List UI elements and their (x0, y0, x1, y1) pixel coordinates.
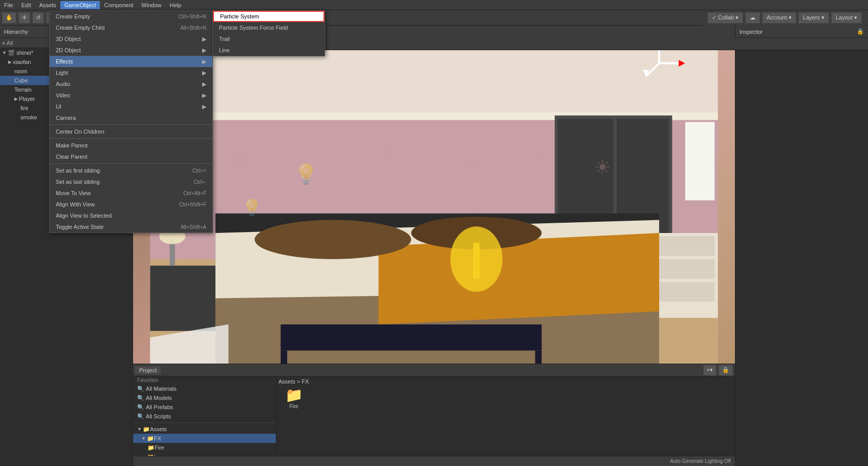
rotate-tool-button[interactable]: ↺ (32, 12, 44, 24)
project-folder[interactable]: ▼ 📁 Assets (133, 425, 276, 434)
menu-set-first-sibling[interactable]: Set as first sibling Ctrl+= (50, 165, 212, 176)
bottom-content: Favorites 🔍 All Materials 🔍 All Models 🔍… (133, 376, 735, 466)
hierarchy-all-label[interactable]: ≡ All (2, 40, 13, 46)
svg-marker-15 (379, 233, 659, 325)
bottom-tab-bar: Project +▾ 🔒 (133, 364, 735, 376)
svg-rect-25 (535, 351, 542, 364)
account-button[interactable]: Account ▾ (762, 12, 796, 24)
separator (50, 163, 212, 164)
gameobject-dropdown-menu: Create Empty Ctrl+Shift+N Create Empty C… (49, 10, 213, 233)
top-right-toolbar: ✓ Collab ▾ ☁ Account ▾ Layers ▾ Layout ▾ (703, 10, 866, 26)
menu-move-to-view[interactable]: Move To View Ctrl+Alt+F (50, 187, 212, 199)
svg-text:☀: ☀ (594, 156, 611, 178)
menu-edit[interactable]: Edit (17, 1, 35, 9)
move-tool-button[interactable]: ✛ (18, 12, 30, 24)
menu-light[interactable]: Light ▶ (50, 67, 212, 78)
menu-audio[interactable]: Audio ▶ (50, 78, 212, 90)
menu-assets[interactable]: Assets (35, 1, 60, 9)
svg-rect-24 (280, 351, 287, 364)
expand-arrow-icon: ▶ (14, 96, 18, 101)
menu-set-last-sibling[interactable]: Set as last sibling Ctrl+- (50, 176, 212, 187)
submenu-trail[interactable]: Trail (213, 33, 324, 45)
project-folder[interactable]: 🔍 All Materials (133, 384, 276, 393)
menu-make-parent[interactable]: Make Parent (50, 140, 212, 151)
menu-2d-object[interactable]: 2D Object ▶ (50, 45, 212, 56)
svg-text:☀: ☀ (228, 144, 252, 174)
menu-file[interactable]: File (0, 1, 17, 9)
svg-rect-11 (685, 122, 714, 200)
menu-effects[interactable]: Effects ▶ (50, 56, 212, 67)
submenu-particle-system-force-field[interactable]: Particle System Force Field (213, 22, 324, 33)
project-tab[interactable]: Project (135, 366, 161, 374)
svg-text:💡: 💡 (242, 198, 262, 218)
hand-tool-button[interactable]: ✋ (2, 12, 16, 24)
svg-text:☀: ☀ (379, 141, 399, 166)
expand-arrow-icon: ▼ (2, 50, 7, 55)
layout-button[interactable]: Layout ▾ (831, 12, 862, 24)
inspector-panel: Inspector 🔒 (735, 26, 868, 466)
search-icon: 🔍 (137, 386, 144, 392)
svg-text:💡: 💡 (294, 162, 318, 186)
search-icon: 🔍 (137, 404, 144, 411)
menu-ui[interactable]: UI ▶ (50, 101, 212, 112)
status-text: Auto Generate Lighting Off (670, 458, 731, 464)
project-folder[interactable]: 🔍 All Prefabs (133, 403, 276, 412)
project-folder[interactable]: 📁 Fire (133, 443, 276, 452)
asset-item[interactable]: 📁 Fire (278, 387, 309, 409)
project-folder[interactable]: ▼ 📁 FX (133, 434, 276, 443)
project-folder[interactable]: 🔍 All Models (133, 393, 276, 403)
project-lock-button[interactable]: 🔒 (719, 365, 733, 376)
separator (50, 138, 212, 139)
folder-icon: 📁 (285, 387, 303, 404)
search-icon: 🔍 (137, 395, 144, 401)
separator (50, 124, 212, 125)
svg-rect-22 (473, 243, 480, 279)
menu-help[interactable]: Help (165, 1, 185, 9)
submenu-line[interactable]: Line (213, 45, 324, 56)
scene-svg: ☀ 💡 ☀ ☀ ☀ ☀ 💡 (133, 50, 735, 364)
expand-arrow-icon: ▼ (137, 427, 142, 432)
asset-breadcrumb: Assets > FX (278, 378, 733, 385)
separator (133, 422, 276, 423)
menu-create-empty-child[interactable]: Create Empty Child Alt+Shift+N (50, 22, 212, 33)
menu-gameobject[interactable]: GameObject (60, 1, 100, 9)
effects-submenu: Particle System Particle System Force Fi… (212, 10, 325, 56)
folder-icon: 📁 (147, 435, 154, 442)
svg-rect-18 (150, 266, 215, 331)
search-icon: 🔍 (137, 413, 144, 420)
scene-view[interactable]: ☀ 💡 ☀ ☀ ☀ ☀ 💡 (133, 50, 735, 364)
bottom-panels: Project +▾ 🔒 Favorites 🔍 All Materials 🔍… (133, 364, 735, 466)
expand-arrow-icon: ▶ (8, 59, 12, 65)
svg-rect-2 (150, 50, 718, 116)
project-folder[interactable]: 🔍 All Scripts (133, 412, 276, 421)
svg-rect-23 (280, 325, 541, 351)
menu-center-on-children[interactable]: Center On Children (50, 126, 212, 137)
menu-align-view-to-selected[interactable]: Align View to Selected (50, 210, 212, 221)
collab-button[interactable]: ✓ Collab ▾ (707, 12, 743, 24)
menu-component[interactable]: Component (100, 1, 137, 9)
menu-create-empty[interactable]: Create Empty Ctrl+Shift+N (50, 11, 212, 22)
asset-panel: Assets > FX 📁 Fire (276, 376, 735, 466)
menu-3d-object[interactable]: 3D Object ▶ (50, 33, 212, 45)
item-icon: 🎬 (8, 50, 15, 56)
menu-clear-parent[interactable]: Clear Parent (50, 151, 212, 162)
menu-window[interactable]: Window (137, 1, 165, 9)
svg-point-16 (254, 220, 411, 260)
top-menubar: File Edit Assets GameObject Component Wi… (0, 0, 868, 10)
status-bar: Auto Generate Lighting Off (133, 456, 735, 466)
menu-camera[interactable]: Camera (50, 112, 212, 123)
menu-video[interactable]: Video ▶ (50, 90, 212, 101)
cloud-button[interactable]: ☁ (745, 12, 760, 24)
hierarchy-title: Hierarchy (4, 29, 28, 35)
scene-background: ☀ 💡 ☀ ☀ ☀ ☀ 💡 (133, 50, 735, 364)
menu-toggle-active-state[interactable]: Toggle Active State Alt+Shift+A (50, 221, 212, 232)
folder-icon: 📁 (147, 444, 155, 451)
inspector-title: Inspector (740, 29, 763, 35)
project-add-button[interactable]: +▾ (703, 365, 717, 376)
collab-check-icon: ✓ (712, 14, 717, 21)
menu-align-with-view[interactable]: Align With View Ctrl+Shift+F (50, 199, 212, 210)
inspector-lock-icon[interactable]: 🔒 (857, 28, 864, 35)
submenu-particle-system[interactable]: Particle System (213, 11, 324, 22)
layers-button[interactable]: Layers ▾ (798, 12, 829, 24)
favorites-header: Favorites (133, 376, 276, 384)
